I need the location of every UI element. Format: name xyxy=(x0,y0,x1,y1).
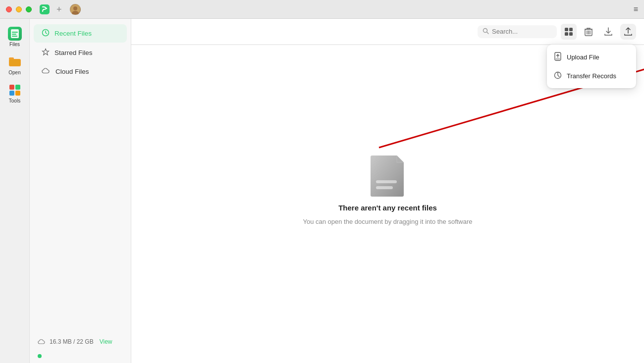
cloud-nav-icon xyxy=(42,67,51,76)
tools-label: Tools xyxy=(9,98,20,104)
upload-file-label: Upload File xyxy=(567,53,599,61)
recent-icon xyxy=(42,29,50,38)
files-icon xyxy=(8,27,22,41)
nav-item-starred[interactable]: Starred Files xyxy=(34,44,127,62)
search-input[interactable] xyxy=(492,28,552,35)
toolbar xyxy=(131,19,644,45)
open-icon xyxy=(8,55,22,69)
open-label: Open xyxy=(8,70,20,75)
files-label: Files xyxy=(9,42,20,47)
storage-view-button[interactable]: View xyxy=(100,338,112,345)
upload-file-item[interactable]: Upload File xyxy=(547,48,636,67)
transfer-records-item[interactable]: Transfer Records xyxy=(547,67,636,85)
close-button[interactable] xyxy=(6,6,12,12)
app-logo xyxy=(40,4,50,14)
cloud-storage-icon xyxy=(38,338,46,345)
svg-line-13 xyxy=(487,32,489,34)
svg-rect-17 xyxy=(569,32,573,36)
sidebar-item-open[interactable]: Open xyxy=(2,52,27,78)
nav-label-recent: Recent Files xyxy=(54,30,92,37)
svg-rect-22 xyxy=(376,180,397,183)
delete-button[interactable] xyxy=(581,24,596,40)
nav-item-recent[interactable]: Recent Files xyxy=(34,24,127,43)
maximize-button[interactable] xyxy=(26,6,32,12)
storage-info: 16.3 MB / 22 GB View xyxy=(30,333,131,353)
nav-label-cloud: Cloud Files xyxy=(55,68,89,75)
nav-item-cloud[interactable]: Cloud Files xyxy=(34,63,127,80)
nav-label-starred: Starred Files xyxy=(54,49,93,56)
new-tab-button[interactable]: + xyxy=(56,5,62,14)
icon-sidebar: Files Open Tools xyxy=(0,19,30,363)
download-button[interactable] xyxy=(600,24,616,40)
grid-view-button[interactable] xyxy=(561,24,577,40)
search-icon xyxy=(483,28,489,36)
dropdown-menu: Upload File Transfer Records xyxy=(547,45,636,88)
svg-rect-23 xyxy=(376,186,393,189)
sidebar-item-files[interactable]: Files xyxy=(2,24,27,50)
storage-label: 16.3 MB / 22 GB xyxy=(50,338,94,345)
tools-icon xyxy=(8,83,22,97)
transfer-records-icon xyxy=(554,71,562,81)
empty-subtitle: You can open the document by dragging it… xyxy=(303,218,472,225)
transfer-records-label: Transfer Records xyxy=(567,72,616,80)
svg-rect-16 xyxy=(565,32,568,36)
svg-rect-15 xyxy=(569,28,573,31)
empty-state: There aren't any recent files You can op… xyxy=(131,45,644,363)
nav-sidebar: Recent Files Starred Files Cloud Files xyxy=(30,19,131,363)
svg-marker-11 xyxy=(43,49,49,55)
search-box[interactable] xyxy=(478,25,557,38)
empty-title: There aren't any recent files xyxy=(338,204,437,212)
empty-state-icon xyxy=(368,153,408,198)
upload-button[interactable] xyxy=(620,24,636,40)
sidebar-item-tools[interactable]: Tools xyxy=(2,80,27,106)
svg-rect-14 xyxy=(565,28,568,31)
menu-icon[interactable]: ≡ xyxy=(634,5,638,14)
main-content: There aren't any recent files You can op… xyxy=(131,19,644,363)
svg-rect-9 xyxy=(9,59,20,66)
title-bar: + ≡ xyxy=(0,0,644,19)
minimize-button[interactable] xyxy=(16,6,22,12)
app-container: Files Open Tools xyxy=(0,19,644,363)
upload-file-icon xyxy=(554,52,562,62)
svg-point-1 xyxy=(73,6,77,10)
star-icon xyxy=(42,48,50,57)
avatar[interactable] xyxy=(70,4,81,15)
status-dot xyxy=(38,354,42,358)
